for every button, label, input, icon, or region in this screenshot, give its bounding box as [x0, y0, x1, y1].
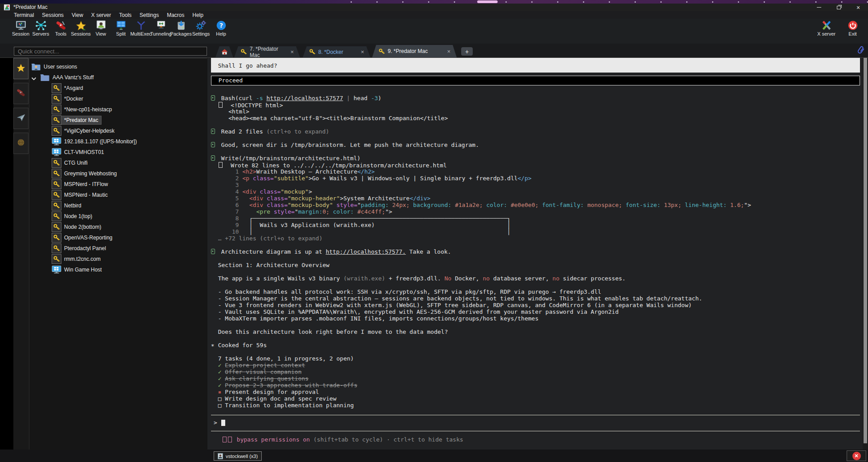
- toolbar-button-packages[interactable]: Packages: [171, 20, 191, 36]
- toolbar-button-servers[interactable]: Servers: [31, 20, 51, 36]
- sidebar-rail: [13, 58, 29, 450]
- tree-item-mspnerd-mautic[interactable]: MSPNerd - Mautic: [52, 190, 110, 200]
- tree-item-mspnerd-itflow[interactable]: MSPNerd - ITFlow: [52, 179, 111, 189]
- toolbar-label-exit: Exit: [848, 31, 856, 36]
- multiexec-icon: [135, 20, 147, 31]
- title-bar: *Predator Mac ×: [0, 4, 868, 11]
- home-icon: [221, 49, 228, 55]
- key-icon: [52, 105, 61, 114]
- toolbar-button-help[interactable]: ?Help: [211, 20, 231, 36]
- tree-item-clt-vmhost01[interactable]: CLT-VMHOST01: [52, 147, 107, 157]
- menu-item-macros[interactable]: Macros: [163, 12, 188, 18]
- terminal-area[interactable]: Shall I go ahead? Proceed Bash(curl -s h…: [207, 58, 863, 450]
- toolbar-button-split[interactable]: Split: [111, 20, 131, 36]
- tab-close-icon[interactable]: ×: [447, 49, 450, 54]
- toolbar-button-tools[interactable]: Tools: [51, 20, 71, 36]
- toolbar-label-split: Split: [116, 31, 126, 36]
- star-icon: [75, 20, 87, 31]
- menu-item-sessions[interactable]: Sessions: [38, 12, 68, 18]
- key-icon: [240, 49, 247, 55]
- tree-item-rmm-t2cnc-com[interactable]: rmm.t2cnc.com: [52, 254, 103, 264]
- rail-button-tools-knife[interactable]: [13, 83, 28, 104]
- tree-item-win-game-host[interactable]: Win Game Host: [52, 265, 105, 275]
- notification-close-button[interactable]: ✕: [847, 450, 866, 461]
- tree-item-label: rmm.t2cnc.com: [61, 255, 103, 263]
- tab-7-predator-mac[interactable]: 7. *Predator Mac×: [234, 46, 300, 57]
- tab-8-docker[interactable]: 8. *Docker×: [303, 46, 370, 57]
- tab-home[interactable]: [215, 46, 233, 57]
- chevron-down-icon[interactable]: [31, 76, 37, 79]
- toolbar-button-x-server[interactable]: X server: [816, 20, 836, 36]
- user-session-chip[interactable]: vstockwell (x3): [214, 451, 262, 461]
- terminal-line: Good, screen dir is /tmp/brainstorm. Let…: [211, 142, 860, 148]
- tree-root-user-sessions[interactable]: User sessions: [31, 62, 80, 72]
- toolbar-button-multiexec[interactable]: MultiExec: [131, 20, 151, 36]
- tree-item-pterodactyl-panel[interactable]: Pterodactyl Panel: [52, 243, 109, 253]
- tree-item-new-cp01-heistacp[interactable]: *New-cp01-heistacp: [52, 105, 114, 114]
- terminal-line: <html>: [211, 108, 860, 115]
- tree-item-node-2-bottom[interactable]: Node 2(bottom): [52, 222, 104, 232]
- key-icon: [52, 243, 61, 253]
- tree-item-docker[interactable]: *Docker: [52, 94, 86, 104]
- terminal-line: <head><meta charset="utf-8"><title>Brain…: [211, 115, 860, 122]
- terminal-scrollbar[interactable]: [863, 58, 868, 450]
- folder-user-icon: [31, 63, 41, 71]
- terminal-line: <!DOCTYPE html>: [211, 101, 860, 108]
- toolbar-button-settings[interactable]: Settings: [191, 20, 211, 36]
- rail-button-globe[interactable]: [13, 133, 28, 154]
- rail-button-paper-plane[interactable]: [13, 108, 28, 129]
- tree-item-node-1-top[interactable]: Node 1(top): [52, 211, 95, 221]
- toolbar-button-tunneling[interactable]: Tunneling: [151, 20, 171, 36]
- menu-item-help[interactable]: Help: [188, 12, 207, 18]
- toolbar-label-x-server: X server: [817, 31, 836, 36]
- toolbar-button-exit[interactable]: Exit: [843, 20, 863, 36]
- tab-close-icon[interactable]: ×: [361, 49, 364, 55]
- maximize-button[interactable]: [829, 4, 848, 11]
- tab-9-predator-mac[interactable]: 9. *Predator Mac×: [372, 45, 457, 57]
- toolbar-label-help: Help: [216, 31, 226, 36]
- tree-group-aaa-vantz-s-stuff[interactable]: AAA Vantz's Stuff: [31, 73, 97, 82]
- menu-item-x-server[interactable]: X server: [87, 12, 115, 18]
- proceed-option[interactable]: Proceed: [211, 76, 860, 85]
- background-strip-active-tab: [477, 0, 498, 3]
- rail-button-sessions-star[interactable]: [13, 58, 28, 79]
- tab-close-icon[interactable]: ×: [290, 49, 294, 55]
- tree-item-label: *Docker: [61, 95, 86, 103]
- terminal-line: Wrote 82 lines to ../../../../tmp/brains…: [211, 162, 860, 168]
- knife-icon: [55, 20, 67, 31]
- toolbar-button-session[interactable]: Session: [11, 20, 31, 36]
- rail-knife-icon: [16, 88, 26, 99]
- minimize-button[interactable]: [809, 4, 829, 11]
- tree-item-asgard[interactable]: *Asgard: [52, 83, 86, 93]
- tree-item-greyming-webhosting[interactable]: Greyming Webhosting: [52, 169, 120, 178]
- terminal-input-box[interactable]: >: [211, 415, 860, 431]
- menu-item-settings[interactable]: Settings: [136, 12, 163, 18]
- package-icon: [175, 20, 187, 31]
- rdp-icon: [52, 137, 61, 146]
- tree-item-label: *New-cp01-heistacp: [61, 105, 114, 113]
- toolbar-button-view[interactable]: View: [91, 20, 111, 36]
- menu-item-tools[interactable]: Tools: [115, 12, 136, 18]
- close-button[interactable]: ×: [848, 4, 868, 11]
- key-icon: [52, 115, 61, 125]
- tab-label: 9. *Predator Mac: [388, 48, 428, 54]
- scrollbar-thumb[interactable]: [864, 58, 867, 443]
- toolbar-button-sessions[interactable]: Sessions: [71, 20, 91, 36]
- x-logo-icon: [821, 20, 832, 31]
- terminal-line: Section 1: Architecture Overview: [211, 262, 860, 268]
- tree-item-192-168-1-107-ups-monitor[interactable]: 192.168.1.107 ([UPS-Monitor]): [52, 137, 139, 146]
- tree-item-ctg-unifi[interactable]: CTG Unifi: [52, 158, 90, 168]
- new-tab-button[interactable]: +: [461, 47, 473, 56]
- tree-item-netbird[interactable]: Netbird: [52, 201, 84, 211]
- tree-item-openvas-reporting[interactable]: OpenVAS-Reporting: [52, 233, 115, 243]
- tree-item-label: Greyming Webhosting: [61, 170, 120, 178]
- tree-item-predator-mac[interactable]: *Predator Mac: [52, 115, 101, 125]
- menu-item-view[interactable]: View: [68, 12, 87, 18]
- play-glyph-icon: [223, 437, 227, 442]
- terminal-line: [211, 268, 860, 275]
- text-cursor: [221, 420, 225, 426]
- paperclip-icon[interactable]: [856, 45, 865, 56]
- terminal-line: [211, 242, 860, 248]
- tree-item-vigilcyber-helpdesk[interactable]: *VigilCyber-Helpdesk: [52, 126, 117, 136]
- menu-item-terminal[interactable]: Terminal: [10, 12, 38, 18]
